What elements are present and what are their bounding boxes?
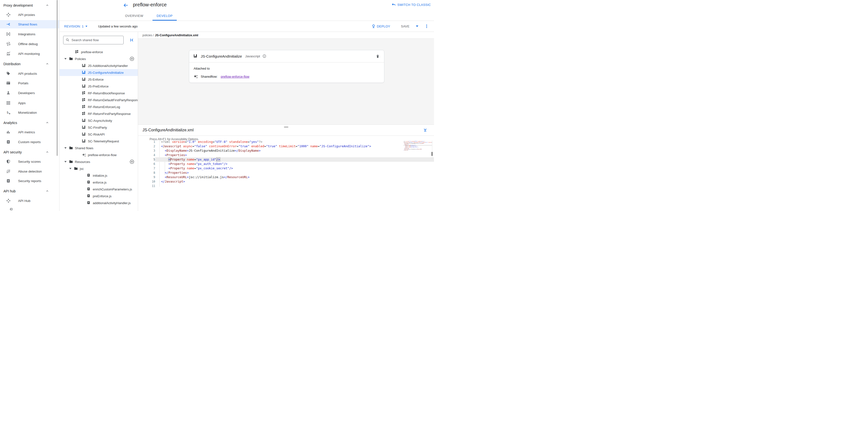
page-title: preflow-enforce [133,2,167,8]
nav-section-api-hub[interactable]: API hub [0,187,60,195]
line-number: 9 [138,175,155,179]
caret-down-icon[interactable] [64,147,67,149]
code-line-8[interactable]: 8 </Properties> [138,171,434,175]
add-button[interactable] [130,160,134,164]
tree-node-initialize-js[interactable]: initialize.js [60,172,138,179]
sidebar-item-api-metrics[interactable]: API metrics [0,128,60,136]
tree-node-js-additionalactivityhandler[interactable]: JS-AdditionalActivityHandler [60,62,138,69]
code-line-6[interactable]: 6 <Property name="px_auth_token"/> [138,162,434,166]
nav-section-distribution[interactable]: Distribution [0,60,60,68]
nav-section-analytics[interactable]: Analytics [0,119,60,127]
tree-node-sc-telemetryrequest[interactable]: SC-TelemetryRequest [60,138,138,145]
tree-node-js-enforce[interactable]: JS-Enforce [60,76,138,83]
info-icon[interactable] [262,54,266,58]
search-input[interactable] [71,38,121,42]
tree-node-preenforce-js[interactable]: preEnforce.js [60,193,138,199]
file-icon [87,173,91,177]
tree-node-enrichcustomparameters-js[interactable]: enrichCustomParameters.js [60,186,138,193]
sidebar-item-security-scores[interactable]: Security scores [0,157,60,166]
code-line-2[interactable]: 2<Javascript async="false" continueOnErr… [138,144,434,148]
sidebar-scrollbar[interactable] [57,0,58,156]
tree-node-label: jsc [80,167,84,171]
tree-node-label: SC-FirstParty [88,126,107,130]
sidebar-item-integrations[interactable]: Integrations [0,30,60,38]
tree-node-js-preenforce[interactable]: JS-PreEnforce [60,83,138,90]
sidebar-item-label: Monetization [0,111,37,114]
tree-node-sc-riskapi[interactable]: SC-RiskAPI [60,131,138,138]
caret-down-icon[interactable] [64,58,67,60]
deploy-button[interactable]: DEPLOY [372,24,391,28]
code-lines[interactable]: 1<?xml version="1.0" encoding="UTF-8" st… [138,140,434,188]
sidebar-item-offline-debug[interactable]: Offline debug [0,40,60,48]
tree-node-preflow-enforce-flow[interactable]: preflow-enforce-flow [60,151,138,158]
revision-selector[interactable]: REVISION: 1 [64,25,87,28]
sidebar-item-api-hub[interactable]: API Hub [0,197,60,205]
sidebar-item-developers[interactable]: Developers [0,89,60,97]
tree-node-additionalactivityhandler-js[interactable]: additionalActivityHandler.js [60,199,138,206]
sidebar-item-monetization[interactable]: $Monetization [0,108,60,117]
minimap-thumb[interactable] [431,152,433,156]
back-button[interactable] [123,2,128,8]
policy-name: JS-ConfigureAndInitialize [201,54,242,58]
line-number: 4 [138,153,155,157]
tree-node-rf-returndefaultfirstpartyresponse[interactable]: RF-ReturnDefaultFirstPartyResponse [60,96,138,104]
delete-policy-button[interactable] [376,54,380,58]
tree-node-policies[interactable]: Policies [60,55,138,62]
expand-editor-icon[interactable] [423,128,427,132]
nav-section-api-security[interactable]: API security [0,148,60,156]
sidebar-item-api-products[interactable]: API products [0,69,60,78]
tree-node-sc-firstparty[interactable]: SC-FirstParty [60,124,138,131]
tree-node-rf-returnfirstpartyresponse[interactable]: RF-ReturnFirstPartyResponse [60,110,138,117]
sidebar-item-abuse-detection[interactable]: Abuse detection [0,167,60,175]
tree-node-rf-returnenforcerlog[interactable]: RF-ReturnEnforcerLog [60,104,138,110]
code-minimap[interactable]: <?xml version="1.0" encoding="UTF-8" sta… [403,141,432,153]
sidebar-item-shared-flows[interactable]: Shared flows [0,20,60,28]
code-line-5[interactable]: 5 <Property name="px_app_id"/> [138,157,434,162]
switch-to-classic-button[interactable]: SWITCH TO CLASSIC [392,3,431,7]
chevron-up-icon[interactable] [46,4,49,7]
code-line-9[interactable]: 9 <ResourceURL>jsc://initialize.js</Reso… [138,175,434,179]
more-options-button[interactable] [425,24,429,28]
chevron-up-icon[interactable] [46,150,49,154]
code-area[interactable]: Press Alt+F1 for Accessibility Options. … [138,136,434,211]
add-button[interactable] [130,57,134,61]
tree-node-jsc[interactable]: jsc [60,165,138,172]
tree-node-enforce-js[interactable]: enforce.js [60,179,138,186]
portals-icon [6,81,10,85]
tab-develop[interactable]: DEVELOP [153,11,177,21]
code-line-3[interactable]: 3 <DisplayName>JS-ConfigureAndInitialize… [138,148,434,153]
code-line-10[interactable]: 10</Javascript> [138,179,434,184]
caret-down-icon[interactable] [69,168,72,169]
tree-node-rf-returnblockresponse[interactable]: RF-ReturnBlockResponse [60,90,138,96]
tree-node-label: JS-Enforce [88,78,103,81]
chevron-up-icon[interactable] [46,190,49,193]
code-line-11[interactable]: 11 [138,184,434,188]
tree-node-resources[interactable]: Resources [60,158,138,165]
sidebar-item-api-proxies[interactable]: API proxies [0,10,60,19]
tree-node-sc-asyncactivity[interactable]: SC-AsyncActivity [60,117,138,124]
sidebar-item-security-reports[interactable]: Security reports [0,177,60,185]
sidebar-item-api-monitoring[interactable]: API monitoring [0,50,60,58]
tree-node-shared-flows[interactable]: Shared flows [60,145,138,151]
save-dropdown-caret[interactable] [416,26,418,27]
code-line-1[interactable]: 1<?xml version="1.0" encoding="UTF-8" st… [138,140,434,144]
code-line-4[interactable]: 4 <Properties> [138,153,434,157]
collapse-sidebar-icon[interactable] [9,207,13,211]
sharedflow-link[interactable]: preflow-enforce-flow [221,75,249,78]
chevron-up-icon[interactable] [46,121,49,124]
code-line-7[interactable]: 7 <Property name="px_cookie_secret"/> [138,166,434,171]
tab-overview[interactable]: OVERVIEW [121,11,148,21]
collapse-panel-icon[interactable] [130,38,134,42]
save-button[interactable]: SAVE [401,25,409,28]
nav-section-proxy-development[interactable]: Proxy development [0,1,60,9]
tree-node-js-configureandinitialize[interactable]: JS-ConfigureAndInitialize [60,69,138,76]
sidebar-item-apps[interactable]: Apps [0,99,60,107]
sidebar-item-portals[interactable]: Portals [0,79,60,87]
chevron-up-icon[interactable] [46,62,49,66]
caret-down-icon[interactable] [64,161,67,163]
attached-to-label: Attached to [194,67,380,70]
tree-node-preflow-enforce[interactable]: preflow-enforce [60,49,138,55]
shared-flows-icon [6,22,10,26]
editor-file-title: JS-ConfigureAndInitialize.xml [143,128,194,132]
sidebar-item-custom-reports[interactable]: Custom reports [0,138,60,146]
